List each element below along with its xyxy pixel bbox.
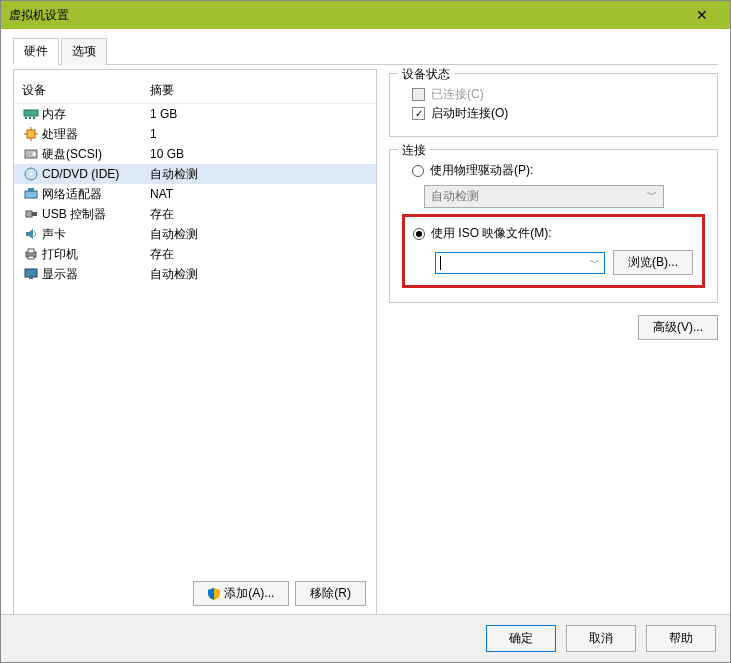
list-item[interactable]: 内存1 GB bbox=[14, 104, 376, 124]
device-summary: 自动检测 bbox=[150, 226, 368, 243]
list-item[interactable]: 显示器自动检测 bbox=[14, 264, 376, 284]
use-physical-radio[interactable] bbox=[412, 165, 424, 177]
tab-options[interactable]: 选项 bbox=[61, 38, 107, 65]
browse-button[interactable]: 浏览(B)... bbox=[613, 250, 693, 275]
svg-rect-0 bbox=[24, 110, 38, 116]
use-iso-radio[interactable] bbox=[413, 228, 425, 240]
use-physical-label: 使用物理驱动器(P): bbox=[430, 162, 533, 179]
device-summary: 10 GB bbox=[150, 147, 368, 161]
svg-rect-3 bbox=[33, 117, 35, 119]
add-button[interactable]: 添加(A)... bbox=[193, 581, 289, 606]
device-summary: 自动检测 bbox=[150, 166, 368, 183]
svg-rect-20 bbox=[25, 269, 37, 277]
device-summary: 1 bbox=[150, 127, 368, 141]
dialog-footer: 确定 取消 帮助 bbox=[1, 614, 730, 662]
chevron-down-icon: ﹀ bbox=[647, 188, 657, 205]
use-iso-label: 使用 ISO 映像文件(M): bbox=[431, 225, 552, 242]
advanced-button[interactable]: 高级(V)... bbox=[638, 315, 718, 340]
memory-icon bbox=[22, 106, 40, 122]
close-icon[interactable]: ✕ bbox=[682, 7, 722, 23]
device-summary: 存在 bbox=[150, 246, 368, 263]
connection-legend: 连接 bbox=[398, 142, 430, 159]
physical-drive-value: 自动检测 bbox=[431, 188, 479, 205]
usb-icon bbox=[22, 206, 40, 222]
device-list-panel: 设备 摘要 内存1 GB处理器1硬盘(SCSI)10 GBCD/DVD (IDE… bbox=[13, 69, 377, 617]
remove-button[interactable]: 移除(R) bbox=[295, 581, 366, 606]
svg-rect-16 bbox=[32, 212, 37, 216]
svg-point-10 bbox=[32, 152, 36, 156]
list-item[interactable]: 打印机存在 bbox=[14, 244, 376, 264]
printer-icon bbox=[22, 246, 40, 262]
physical-drive-dropdown: 自动检测 ﹀ bbox=[424, 185, 664, 208]
iso-highlight: 使用 ISO 映像文件(M): ﹀ 浏览(B)... bbox=[402, 214, 705, 288]
device-name: 硬盘(SCSI) bbox=[42, 146, 150, 163]
tab-strip: 硬件 选项 bbox=[13, 37, 718, 65]
svg-rect-21 bbox=[29, 277, 33, 279]
add-button-label: 添加(A)... bbox=[224, 585, 274, 602]
connect-poweron-checkbox[interactable]: ✓ bbox=[412, 107, 425, 120]
device-list[interactable]: 内存1 GB处理器1硬盘(SCSI)10 GBCD/DVD (IDE)自动检测网… bbox=[14, 104, 376, 573]
device-name: 内存 bbox=[42, 106, 150, 123]
display-icon bbox=[22, 266, 40, 282]
status-legend: 设备状态 bbox=[398, 66, 454, 83]
cpu-icon bbox=[22, 126, 40, 142]
device-summary: 存在 bbox=[150, 206, 368, 223]
header-device: 设备 bbox=[22, 82, 150, 99]
iso-path-input[interactable]: ﹀ bbox=[435, 252, 605, 274]
list-item[interactable]: 网络适配器NAT bbox=[14, 184, 376, 204]
connected-checkbox bbox=[412, 88, 425, 101]
svg-rect-15 bbox=[26, 211, 32, 217]
svg-rect-1 bbox=[25, 117, 27, 119]
device-name: 网络适配器 bbox=[42, 186, 150, 203]
device-name: USB 控制器 bbox=[42, 206, 150, 223]
device-summary: 自动检测 bbox=[150, 266, 368, 283]
sound-icon bbox=[22, 226, 40, 242]
list-item[interactable]: USB 控制器存在 bbox=[14, 204, 376, 224]
svg-point-12 bbox=[30, 173, 33, 176]
ok-button[interactable]: 确定 bbox=[486, 625, 556, 652]
device-name: 声卡 bbox=[42, 226, 150, 243]
device-name: 打印机 bbox=[42, 246, 150, 263]
help-button[interactable]: 帮助 bbox=[646, 625, 716, 652]
svg-rect-13 bbox=[25, 191, 37, 198]
device-name: 处理器 bbox=[42, 126, 150, 143]
svg-rect-19 bbox=[28, 256, 34, 259]
titlebar: 虚拟机设置 ✕ bbox=[1, 1, 730, 29]
connected-label: 已连接(C) bbox=[431, 86, 484, 103]
hdd-icon bbox=[22, 146, 40, 162]
tab-hardware[interactable]: 硬件 bbox=[13, 38, 59, 65]
device-name: 显示器 bbox=[42, 266, 150, 283]
list-item[interactable]: CD/DVD (IDE)自动检测 bbox=[14, 164, 376, 184]
device-name: CD/DVD (IDE) bbox=[42, 167, 150, 181]
list-header: 设备 摘要 bbox=[14, 78, 376, 104]
list-item[interactable]: 硬盘(SCSI)10 GB bbox=[14, 144, 376, 164]
list-item[interactable]: 处理器1 bbox=[14, 124, 376, 144]
device-summary: NAT bbox=[150, 187, 368, 201]
cancel-button[interactable]: 取消 bbox=[566, 625, 636, 652]
shield-icon bbox=[208, 588, 220, 600]
svg-rect-14 bbox=[28, 188, 34, 192]
window-title: 虚拟机设置 bbox=[9, 7, 69, 24]
svg-rect-2 bbox=[29, 117, 31, 119]
device-summary: 1 GB bbox=[150, 107, 368, 121]
text-cursor bbox=[440, 256, 441, 270]
device-status-group: 设备状态 已连接(C) ✓ 启动时连接(O) bbox=[389, 73, 718, 137]
connect-poweron-label: 启动时连接(O) bbox=[431, 105, 508, 122]
chevron-down-icon: ﹀ bbox=[590, 256, 600, 270]
nic-icon bbox=[22, 186, 40, 202]
connection-group: 连接 使用物理驱动器(P): 自动检测 ﹀ 使用 ISO 映像文件(M): bbox=[389, 149, 718, 303]
svg-rect-4 bbox=[27, 130, 35, 138]
list-item[interactable]: 声卡自动检测 bbox=[14, 224, 376, 244]
header-summary: 摘要 bbox=[150, 82, 368, 99]
svg-rect-18 bbox=[28, 249, 34, 253]
cd-icon bbox=[22, 166, 40, 182]
